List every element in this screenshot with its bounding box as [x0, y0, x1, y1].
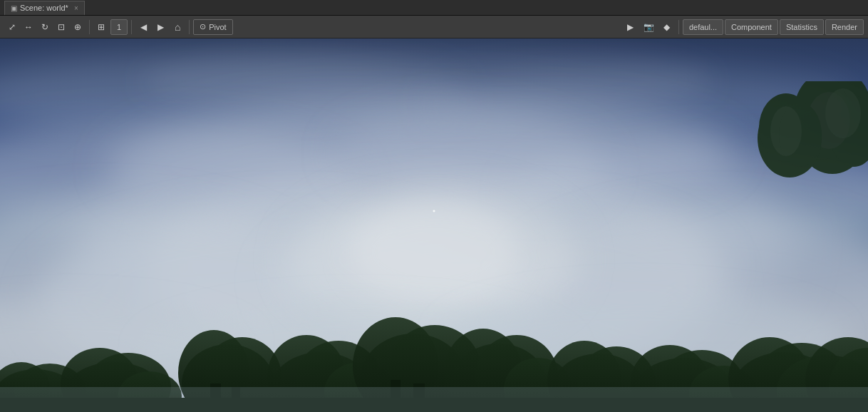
move-tool-button[interactable]: ↔: [21, 19, 36, 36]
layer-button[interactable]: 1: [110, 19, 128, 35]
svg-rect-67: [0, 387, 868, 412]
scene-icon: ▣: [11, 4, 17, 12]
diamond-button[interactable]: ◆: [659, 19, 675, 36]
separator-3: [189, 20, 190, 34]
svg-point-8: [335, 103, 734, 202]
toolbar: ⤢ ↔ ↻ ⊡ ⊕ ⊞ 1 ◀ ▶ ⌂ ⊙ Pivot ▶ 📷 ◆ defaul…: [0, 16, 868, 38]
play-button[interactable]: ▶: [623, 19, 639, 36]
camera-button[interactable]: 📷: [640, 19, 658, 36]
pivot-icon: ⊙: [200, 22, 206, 31]
toolbar-right: ▶ 📷 ◆ defaul... Component Statistics Ren…: [623, 19, 864, 36]
svg-point-23: [825, 88, 861, 138]
scale-tool-button[interactable]: ⊡: [53, 19, 69, 36]
render-button[interactable]: Render: [825, 19, 864, 35]
default-button[interactable]: defaul...: [683, 19, 723, 35]
top-right-trees: [704, 81, 868, 281]
statistics-button[interactable]: Statistics: [780, 19, 824, 35]
title-bar: ▣ Scene: world* ×: [0, 0, 868, 16]
tab-close-button[interactable]: ×: [74, 4, 78, 12]
svg-point-27: [770, 106, 802, 156]
viewport[interactable]: [0, 38, 868, 412]
bottom-trees: [0, 284, 868, 412]
component-button[interactable]: Component: [725, 19, 778, 35]
viewport-center-dot: [433, 210, 435, 212]
home-button[interactable]: ⌂: [170, 19, 185, 36]
tool-group: ⤢ ↔ ↻ ⊡ ⊕: [4, 19, 86, 36]
separator-2: [131, 20, 132, 34]
pivot-text: Pivot: [209, 23, 226, 31]
select-tool-button[interactable]: ⤢: [4, 19, 20, 36]
next-button[interactable]: ▶: [153, 19, 168, 36]
snap-tool-button[interactable]: ⊕: [70, 19, 86, 36]
grid-button[interactable]: ⊞: [93, 19, 109, 36]
pivot-button[interactable]: ⊙ Pivot: [193, 19, 232, 35]
scene-tab[interactable]: ▣ Scene: world* ×: [4, 1, 85, 15]
tab-label: Scene: world*: [20, 4, 68, 12]
separator-4: [678, 20, 679, 34]
separator-1: [89, 20, 90, 34]
prev-button[interactable]: ◀: [135, 19, 151, 36]
rotate-tool-button[interactable]: ↻: [37, 19, 53, 36]
